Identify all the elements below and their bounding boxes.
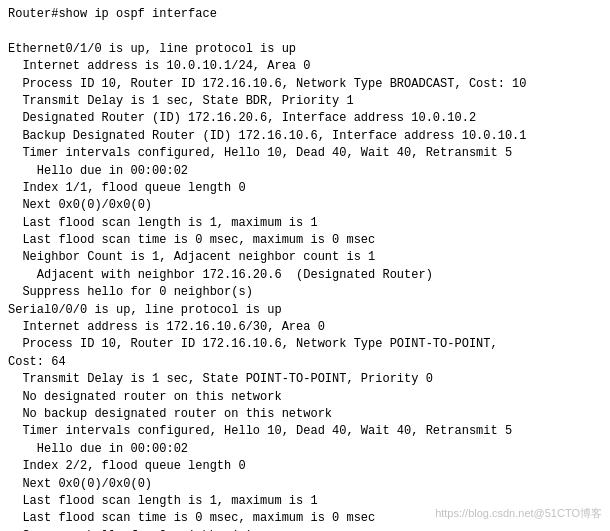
terminal-window: Router#show ip ospf interface Ethernet0/…: [0, 0, 610, 531]
terminal-output: Router#show ip ospf interface Ethernet0/…: [8, 6, 602, 531]
watermark: https://blog.csdn.net@51CTO博客: [435, 506, 602, 521]
